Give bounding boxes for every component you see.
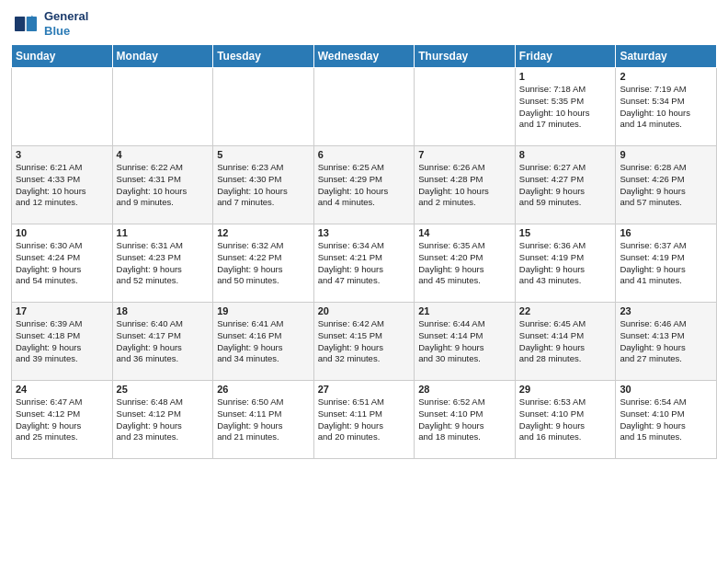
- calendar-week-row: 10Sunrise: 6:30 AMSunset: 4:24 PMDayligh…: [12, 224, 717, 303]
- day-info: Sunrise: 6:27 AMSunset: 4:27 PMDaylight:…: [519, 162, 612, 209]
- table-row: 5Sunrise: 6:23 AMSunset: 4:30 PMDaylight…: [213, 146, 314, 224]
- day-info: Sunrise: 6:21 AMSunset: 4:33 PMDaylight:…: [16, 162, 108, 209]
- day-number: 5: [217, 149, 310, 160]
- table-row: 24Sunrise: 6:47 AMSunset: 4:12 PMDayligh…: [12, 381, 113, 459]
- day-number: 13: [318, 227, 411, 238]
- table-row: [313, 68, 415, 146]
- day-number: 20: [318, 305, 411, 316]
- logo-text-general: General: [44, 9, 88, 24]
- day-info: Sunrise: 6:23 AMSunset: 4:30 PMDaylight:…: [217, 162, 310, 209]
- col-friday: Friday: [515, 45, 616, 68]
- day-info: Sunrise: 6:54 AMSunset: 4:10 PMDaylight:…: [620, 396, 712, 443]
- logo-icon: [11, 9, 40, 39]
- table-row: 30Sunrise: 6:54 AMSunset: 4:10 PMDayligh…: [616, 381, 717, 459]
- day-number: 18: [117, 305, 210, 316]
- table-row: 15Sunrise: 6:36 AMSunset: 4:19 PMDayligh…: [515, 224, 616, 303]
- day-number: 9: [620, 149, 712, 160]
- day-number: 4: [117, 149, 210, 160]
- day-info: Sunrise: 6:48 AMSunset: 4:12 PMDaylight:…: [117, 396, 210, 443]
- table-row: 2Sunrise: 7:19 AMSunset: 5:34 PMDaylight…: [616, 68, 717, 146]
- day-info: Sunrise: 6:41 AMSunset: 4:16 PMDaylight:…: [217, 318, 310, 365]
- table-row: 23Sunrise: 6:46 AMSunset: 4:13 PMDayligh…: [616, 303, 717, 381]
- table-row: 22Sunrise: 6:45 AMSunset: 4:14 PMDayligh…: [515, 303, 616, 381]
- calendar-header-row: Sunday Monday Tuesday Wednesday Thursday…: [12, 45, 717, 68]
- day-info: Sunrise: 6:44 AMSunset: 4:14 PMDaylight:…: [418, 318, 511, 365]
- day-info: Sunrise: 6:50 AMSunset: 4:11 PMDaylight:…: [217, 396, 310, 443]
- day-number: 30: [620, 384, 712, 395]
- day-info: Sunrise: 6:39 AMSunset: 4:18 PMDaylight:…: [16, 318, 108, 365]
- table-row: 9Sunrise: 6:28 AMSunset: 4:26 PMDaylight…: [616, 146, 717, 224]
- day-number: 11: [117, 227, 210, 238]
- col-monday: Monday: [112, 45, 213, 68]
- day-info: Sunrise: 6:46 AMSunset: 4:13 PMDaylight:…: [620, 318, 712, 365]
- logo-text-blue: Blue: [44, 24, 88, 39]
- day-number: 15: [519, 227, 612, 238]
- day-number: 21: [418, 305, 511, 316]
- table-row: [213, 68, 314, 146]
- day-number: 28: [418, 384, 511, 395]
- day-info: Sunrise: 6:37 AMSunset: 4:19 PMDaylight:…: [620, 240, 712, 287]
- day-number: 1: [519, 71, 612, 82]
- table-row: 26Sunrise: 6:50 AMSunset: 4:11 PMDayligh…: [213, 381, 314, 459]
- logo: General Blue: [11, 9, 88, 39]
- page-container: General Blue Sunday Monday Tuesday Wedne…: [0, 0, 728, 468]
- day-info: Sunrise: 6:52 AMSunset: 4:10 PMDaylight:…: [418, 396, 511, 443]
- table-row: 13Sunrise: 6:34 AMSunset: 4:21 PMDayligh…: [313, 224, 415, 303]
- table-row: 8Sunrise: 6:27 AMSunset: 4:27 PMDaylight…: [515, 146, 616, 224]
- col-thursday: Thursday: [415, 45, 516, 68]
- day-info: Sunrise: 6:22 AMSunset: 4:31 PMDaylight:…: [117, 162, 210, 209]
- calendar-week-row: 24Sunrise: 6:47 AMSunset: 4:12 PMDayligh…: [12, 381, 717, 459]
- day-info: Sunrise: 6:42 AMSunset: 4:15 PMDaylight:…: [318, 318, 411, 365]
- day-number: 14: [418, 227, 511, 238]
- calendar-week-row: 17Sunrise: 6:39 AMSunset: 4:18 PMDayligh…: [12, 303, 717, 381]
- day-number: 26: [217, 384, 310, 395]
- day-info: Sunrise: 6:25 AMSunset: 4:29 PMDaylight:…: [318, 162, 411, 209]
- table-row: 21Sunrise: 6:44 AMSunset: 4:14 PMDayligh…: [415, 303, 516, 381]
- table-row: 25Sunrise: 6:48 AMSunset: 4:12 PMDayligh…: [112, 381, 213, 459]
- day-info: Sunrise: 6:36 AMSunset: 4:19 PMDaylight:…: [519, 240, 612, 287]
- table-row: 20Sunrise: 6:42 AMSunset: 4:15 PMDayligh…: [313, 303, 415, 381]
- day-number: 25: [117, 384, 210, 395]
- col-saturday: Saturday: [616, 45, 717, 68]
- day-number: 29: [519, 384, 612, 395]
- table-row: 29Sunrise: 6:53 AMSunset: 4:10 PMDayligh…: [515, 381, 616, 459]
- table-row: 14Sunrise: 6:35 AMSunset: 4:20 PMDayligh…: [415, 224, 516, 303]
- day-info: Sunrise: 6:32 AMSunset: 4:22 PMDaylight:…: [217, 240, 310, 287]
- col-wednesday: Wednesday: [313, 45, 415, 68]
- day-number: 23: [620, 305, 712, 316]
- table-row: 1Sunrise: 7:18 AMSunset: 5:35 PMDaylight…: [515, 68, 616, 146]
- day-info: Sunrise: 6:34 AMSunset: 4:21 PMDaylight:…: [318, 240, 411, 287]
- calendar-week-row: 1Sunrise: 7:18 AMSunset: 5:35 PMDaylight…: [12, 68, 717, 146]
- day-info: Sunrise: 6:30 AMSunset: 4:24 PMDaylight:…: [16, 240, 108, 287]
- day-info: Sunrise: 7:18 AMSunset: 5:35 PMDaylight:…: [519, 84, 612, 131]
- table-row: 16Sunrise: 6:37 AMSunset: 4:19 PMDayligh…: [616, 224, 717, 303]
- day-info: Sunrise: 6:53 AMSunset: 4:10 PMDaylight:…: [519, 396, 612, 443]
- day-info: Sunrise: 7:19 AMSunset: 5:34 PMDaylight:…: [620, 84, 712, 131]
- table-row: [112, 68, 213, 146]
- day-number: 17: [16, 305, 108, 316]
- col-sunday: Sunday: [12, 45, 113, 68]
- table-row: 6Sunrise: 6:25 AMSunset: 4:29 PMDaylight…: [313, 146, 415, 224]
- table-row: 18Sunrise: 6:40 AMSunset: 4:17 PMDayligh…: [112, 303, 213, 381]
- day-number: 7: [418, 149, 511, 160]
- table-row: 19Sunrise: 6:41 AMSunset: 4:16 PMDayligh…: [213, 303, 314, 381]
- table-row: 3Sunrise: 6:21 AMSunset: 4:33 PMDaylight…: [12, 146, 113, 224]
- table-row: 7Sunrise: 6:26 AMSunset: 4:28 PMDaylight…: [415, 146, 516, 224]
- day-number: 10: [16, 227, 108, 238]
- header: General Blue: [11, 9, 717, 39]
- day-info: Sunrise: 6:31 AMSunset: 4:23 PMDaylight:…: [117, 240, 210, 287]
- day-info: Sunrise: 6:40 AMSunset: 4:17 PMDaylight:…: [117, 318, 210, 365]
- col-tuesday: Tuesday: [213, 45, 314, 68]
- svg-rect-0: [15, 17, 25, 31]
- day-number: 6: [318, 149, 411, 160]
- day-info: Sunrise: 6:47 AMSunset: 4:12 PMDaylight:…: [16, 396, 108, 443]
- day-number: 12: [217, 227, 310, 238]
- day-number: 2: [620, 71, 712, 82]
- table-row: 17Sunrise: 6:39 AMSunset: 4:18 PMDayligh…: [12, 303, 113, 381]
- day-number: 3: [16, 149, 108, 160]
- day-number: 24: [16, 384, 108, 395]
- table-row: 28Sunrise: 6:52 AMSunset: 4:10 PMDayligh…: [415, 381, 516, 459]
- day-number: 19: [217, 305, 310, 316]
- day-number: 22: [519, 305, 612, 316]
- table-row: [12, 68, 113, 146]
